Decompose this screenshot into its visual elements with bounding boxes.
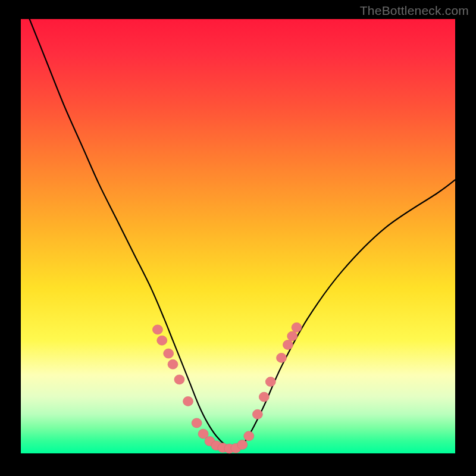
curve-marker <box>259 392 269 402</box>
curve-marker <box>287 331 298 341</box>
curve-marker <box>283 340 293 350</box>
curve-marker <box>164 349 174 358</box>
curve-marker <box>183 396 193 406</box>
curve-marker <box>292 322 302 332</box>
curve-marker <box>157 336 167 345</box>
curve-marker <box>277 353 287 362</box>
curve-marker <box>237 440 248 449</box>
plot-area <box>21 19 455 453</box>
curve-marker <box>252 409 262 419</box>
curve-marker <box>152 325 162 334</box>
curve-marker <box>168 359 178 369</box>
curve-marker <box>244 431 254 441</box>
curve-marker <box>265 377 275 387</box>
chart-frame: TheBottleneck.com <box>0 0 476 476</box>
watermark-text: TheBottleneck.com <box>360 4 469 18</box>
curve-marker <box>192 418 202 428</box>
curve-marker <box>174 375 184 384</box>
curve-layer <box>21 19 455 453</box>
curve-markers-group <box>152 322 302 453</box>
bottleneck-curve <box>30 19 455 449</box>
